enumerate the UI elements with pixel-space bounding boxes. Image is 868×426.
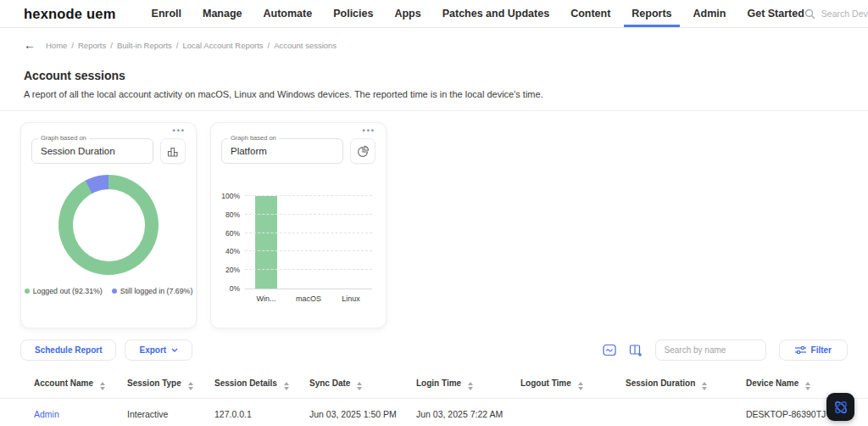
table-header-row: Account Name Session Type Session Detail… [0,372,868,399]
nav-item-apps[interactable]: Apps [394,0,420,27]
y-axis-tick: 40% [225,247,240,255]
legend-item-logged-out: Logged out (92.31%) [25,287,103,295]
bar-Win... [255,196,277,289]
graph-view-toggle-icon[interactable] [603,344,616,356]
bar-slot [287,196,330,289]
breadcrumb-account-sessions: Account sessions [274,41,337,50]
graph-based-on-select[interactable]: Graph based on Session Duration [31,138,153,164]
global-search-input[interactable] [821,8,868,19]
y-axis-tick: 60% [225,229,240,238]
global-search [804,8,868,20]
platform-chart-card: ••• Graph based on Platform 0%20%40%60%8… [210,122,387,328]
platform-x-axis-labels: Win...macOSLinux [245,294,372,303]
hexnode-logo: hexnode uem [24,6,116,22]
column-header-session-details[interactable]: Session Details [214,372,309,399]
bar-chart-toggle-button[interactable] [160,138,186,164]
sort-icon[interactable] [188,382,193,390]
schedule-report-button[interactable]: Schedule Report [20,339,116,361]
legend-label-still-logged-in: Still logged in (7.69%) [120,287,193,295]
nav-item-enroll[interactable]: Enroll [152,0,181,27]
sessions-table: Account Name Session Type Session Detail… [0,372,868,426]
account-name-link[interactable]: Admin [34,409,59,419]
sort-icon[interactable] [468,382,473,390]
nav-item-patches-and-updates[interactable]: Patches and Updates [442,0,549,27]
column-header-account-name[interactable]: Account Name [0,372,127,399]
pie-chart-toggle-button[interactable] [350,138,376,164]
chevron-down-icon [171,348,178,352]
column-header-logout-time[interactable]: Logout Time [520,372,626,399]
legend-dot-still-logged-in [112,289,117,294]
graph-based-on-value: Platform [231,146,267,156]
cell-logout-time [520,399,626,426]
graph-based-on-select[interactable]: Graph based on Platform [221,138,343,164]
filter-sliders-icon [795,345,806,355]
legend-item-still-logged-in: Still logged in (7.69%) [112,287,193,295]
add-column-icon[interactable] [629,344,643,356]
gridline [245,233,372,233]
platform-bar-chart: 0%20%40%60%80%100% Win...macOSLinux [245,196,372,303]
breadcrumb-separator: / [71,41,74,50]
breadcrumb-local-account-reports[interactable]: Local Account Reports [182,41,263,50]
column-header-session-type[interactable]: Session Type [127,372,214,399]
sort-icon[interactable] [100,382,105,390]
session-duration-donut [58,175,159,275]
back-arrow-icon[interactable]: ← [24,39,36,51]
y-axis-tick: 20% [225,266,240,274]
donut-hole [73,189,145,261]
table-search-input[interactable] [655,339,766,361]
session-duration-chart-card: ••• Graph based on Session Duration Logg… [20,122,197,328]
column-header-sync-date[interactable]: Sync Date [309,372,416,399]
card-menu-icon[interactable]: ••• [363,126,376,135]
y-axis-tick: 80% [225,210,240,219]
gridline [245,214,372,215]
sort-icon[interactable] [284,382,289,390]
bar-chart-icon [167,146,179,157]
hexnode-chat-widget[interactable] [826,393,854,421]
hexnode-knot-icon [832,399,849,416]
graph-based-on-value: Session Duration [41,146,115,156]
export-button[interactable]: Export [125,339,192,361]
cell-session-details: 127.0.0.1 [214,399,309,426]
nav-item-policies[interactable]: Policies [333,0,373,27]
page-description: A report of all the local account activi… [24,89,848,99]
bar-slot [330,196,372,289]
cell-sync-date: Jun 03, 2025 1:50 PM [309,399,416,426]
card-menu-icon[interactable]: ••• [173,126,186,135]
sort-icon[interactable] [805,382,810,390]
y-axis-tick: 0% [230,284,240,293]
nav-item-reports[interactable]: Reports [632,0,671,27]
x-axis-label: Linux [330,294,372,303]
nav-item-content[interactable]: Content [570,0,610,27]
column-header-session-duration[interactable]: Session Duration [626,372,746,399]
graph-based-on-label: Graph based on [38,134,89,142]
export-label: Export [139,345,166,355]
breadcrumb-reports[interactable]: Reports [78,41,106,50]
pie-chart-icon [357,145,370,158]
filter-button[interactable]: Filter [779,339,848,361]
breadcrumb-separator: / [268,41,270,50]
legend-label-logged-out: Logged out (92.31%) [33,287,103,295]
breadcrumb-built-in-reports[interactable]: Built-in Reports [117,41,172,50]
nav-item-manage[interactable]: Manage [203,0,242,27]
breadcrumb-home[interactable]: Home [46,41,67,50]
x-axis-label: macOS [287,294,330,303]
search-icon [804,8,815,20]
nav-item-admin[interactable]: Admin [693,0,726,27]
breadcrumb: ← Home / Reports / Built-in Reports / Lo… [0,28,868,51]
sort-icon[interactable] [578,382,583,390]
sort-icon[interactable] [357,382,362,390]
gridline [245,269,372,270]
legend-dot-logged-out [25,289,30,294]
sort-icon[interactable] [702,382,707,390]
page-title: Account sessions [24,69,848,82]
breadcrumb-separator: / [110,41,113,50]
nav-item-get-started[interactable]: Get Started [747,0,804,27]
cell-session-duration [626,399,746,426]
nav-item-automate[interactable]: Automate [264,0,313,27]
x-axis-label: Win... [245,294,287,303]
main-nav: Enroll Manage Automate Policies Apps Pat… [152,0,804,27]
table-row[interactable]: Admin Interactive 127.0.0.1 Jun 03, 2025… [0,399,868,426]
filter-label: Filter [811,345,832,355]
gridline [245,195,372,196]
column-header-login-time[interactable]: Login Time [416,372,520,399]
